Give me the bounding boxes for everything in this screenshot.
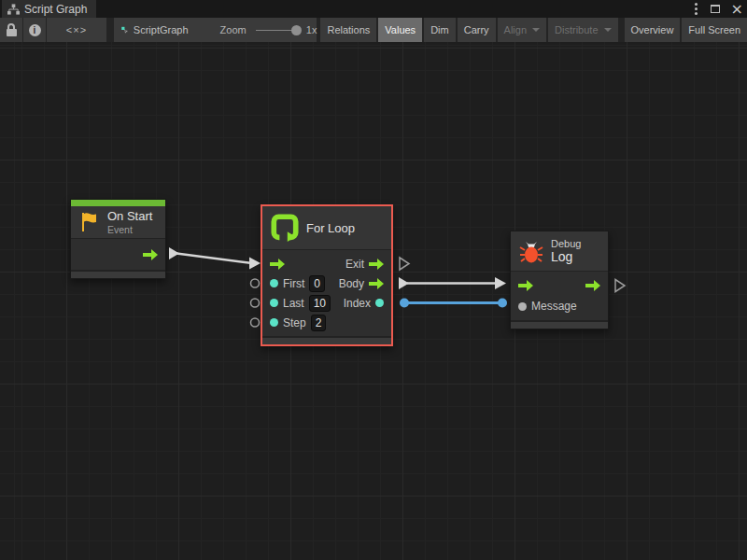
zoom-value: 1x (306, 24, 317, 35)
node-footer (71, 270, 165, 278)
lock-icon (7, 23, 17, 36)
node-debug-log[interactable]: Debug Log Message (510, 231, 609, 329)
view-code-button[interactable]: <×> (47, 18, 106, 42)
node-for-loop[interactable]: For Loop Exit First 0 Body (261, 204, 393, 346)
port-label-message: Message (531, 300, 577, 313)
on-start-ports (71, 238, 165, 270)
event-color-bar (71, 200, 165, 206)
code-icon: <×> (66, 24, 87, 35)
more-options-icon[interactable] (693, 7, 699, 10)
port-step-outer[interactable] (251, 318, 260, 327)
zoom-slider[interactable] (256, 30, 298, 31)
align-button[interactable]: Align (498, 18, 546, 42)
node-title: On Start (107, 209, 152, 223)
debug-log-ports: Message (511, 271, 608, 320)
toolbar-middle-section: ScriptGraph Zoom 1x (114, 18, 317, 42)
flow-out-port[interactable] (585, 280, 600, 291)
zoom-slider-knob[interactable] (291, 25, 302, 35)
graph-name-label: ScriptGraph (134, 24, 189, 35)
values-button[interactable]: Values (378, 18, 422, 42)
node-on-start[interactable]: On Start Event (70, 199, 166, 279)
node-title: Log (551, 249, 581, 264)
relations-button[interactable]: Relations (320, 18, 376, 42)
hierarchy-icon (7, 4, 20, 15)
last-value-field[interactable]: 10 (309, 295, 331, 312)
graph-icon (121, 23, 128, 36)
on-start-header: On Start Event (71, 206, 165, 238)
overview-button[interactable]: Overview (625, 18, 681, 42)
last-port[interactable] (270, 299, 278, 307)
chevron-down-icon (604, 28, 612, 32)
step-port[interactable] (270, 318, 278, 327)
graph-canvas[interactable]: On Start Event For Loop (0, 42, 747, 560)
fullscreen-button[interactable]: Full Screen (682, 18, 747, 42)
port-debug-out-outer[interactable] (615, 280, 625, 292)
toolbar-buttons: Relations Values Dim Carry Align Distrib… (318, 18, 747, 42)
tab-title: Script Graph (24, 3, 87, 16)
port-first-outer[interactable] (251, 279, 260, 287)
port-label-index: Index (344, 297, 371, 310)
lock-button[interactable] (0, 18, 22, 42)
node-title-small: Debug (551, 238, 581, 249)
graph-toolbar: i <×> ScriptGraph Zoom 1x Relations Valu… (0, 18, 747, 42)
debug-log-header: Debug Log (511, 231, 608, 271)
port-label-last: Last (283, 297, 304, 310)
connection-body-to-debuglog[interactable] (399, 277, 506, 289)
flow-in-port[interactable] (518, 280, 533, 291)
body-port[interactable] (369, 278, 384, 289)
connection-index-to-message[interactable] (400, 299, 507, 308)
port-last-outer[interactable] (251, 299, 260, 307)
window-controls: × (693, 0, 743, 18)
for-loop-ports: Exit First 0 Body Last 10 (262, 249, 391, 336)
first-value-field[interactable]: 0 (309, 275, 325, 292)
tab-bar: Script Graph × (0, 0, 747, 18)
port-exit-outer[interactable] (400, 258, 409, 270)
distribute-button[interactable]: Distribute (548, 18, 617, 42)
node-title: For Loop (306, 221, 355, 235)
bug-icon (519, 239, 543, 263)
node-subtitle: Event (107, 224, 152, 235)
flag-icon (79, 211, 100, 233)
tab-script-graph[interactable]: Script Graph (2, 0, 96, 18)
first-port[interactable] (270, 279, 278, 287)
zoom-label: Zoom (220, 24, 247, 35)
dim-button[interactable]: Dim (424, 18, 456, 42)
port-label-first: First (283, 277, 304, 290)
chevron-down-icon (532, 28, 540, 32)
carry-button[interactable]: Carry (458, 18, 496, 42)
close-icon[interactable]: × (731, 2, 743, 17)
info-icon: i (29, 24, 41, 36)
flow-out-port[interactable] (143, 249, 158, 260)
port-label-step: Step (283, 316, 306, 329)
connection-onstart-to-forloop[interactable] (169, 247, 261, 270)
index-port[interactable] (375, 299, 384, 307)
for-loop-header: For Loop (262, 206, 391, 249)
maximize-icon[interactable] (711, 5, 720, 13)
port-label-body: Body (339, 277, 364, 290)
node-footer (262, 336, 391, 344)
node-footer (511, 320, 608, 329)
step-value-field[interactable]: 2 (311, 315, 327, 331)
loop-icon (271, 214, 299, 242)
exit-port[interactable] (369, 259, 384, 270)
script-graph-window: Script Graph × i <×> ScriptG (0, 0, 747, 560)
message-port[interactable] (518, 302, 527, 311)
flow-in-port[interactable] (270, 259, 285, 270)
port-label-exit: Exit (345, 258, 364, 271)
info-button[interactable]: i (23, 18, 46, 42)
